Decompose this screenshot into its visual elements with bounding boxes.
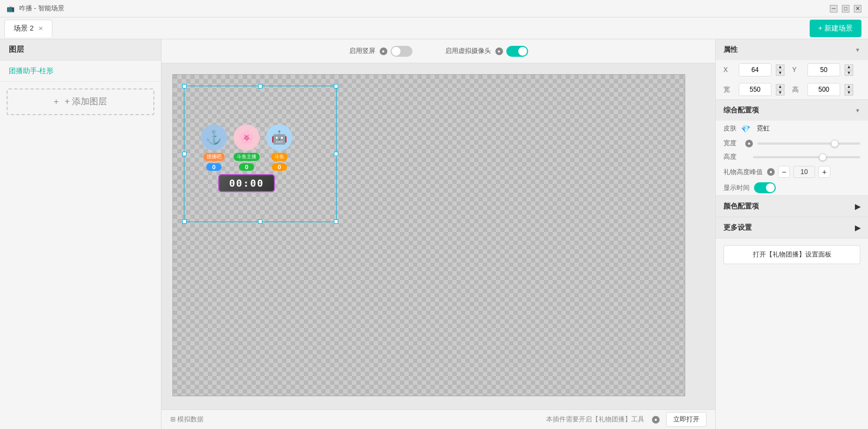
open-gift-panel-button[interactable]: 打开【礼物团播】设置面板	[723, 245, 860, 264]
width-slider-row: 宽度 ●	[716, 136, 868, 150]
split-screen-info-icon: ●	[380, 47, 387, 55]
height-slider-thumb[interactable]	[819, 153, 827, 161]
x-input[interactable]	[739, 63, 771, 76]
width-spin: ▲ ▼	[776, 84, 785, 96]
handle-top-right[interactable]	[334, 84, 338, 88]
canvas-workspace: ⚓ 团播吧 0 🌸 斗鱼主播 0	[161, 63, 715, 409]
show-time-label: 显示时间	[723, 183, 750, 193]
height-slider-row: 高度	[716, 150, 868, 164]
peak-value: 10	[793, 166, 815, 178]
avatar-0: ⚓	[201, 124, 227, 151]
main-layout: 图层 团播助手-柱形 ＋ + 添加图层 启用竖屏 ● 启用虚拟摄像头 ●	[0, 39, 868, 429]
characters-row: ⚓ 团播吧 0 🌸 斗鱼主播 0	[201, 124, 292, 171]
width-slider-label: 宽度	[723, 139, 740, 148]
width-up-btn[interactable]: ▲	[776, 84, 785, 90]
handle-bot-mid[interactable]	[258, 219, 262, 224]
virtual-cam-info-icon: ●	[495, 47, 503, 55]
right-panel: 属性 ▼ X ▲ ▼ Y ▲ ▼ 宽	[715, 39, 868, 429]
virtual-cam-label: 启用虚拟摄像头	[445, 46, 491, 56]
height-slider-track[interactable]	[753, 156, 860, 158]
y-up-btn[interactable]: ▲	[845, 64, 853, 70]
comprehensive-collapse-icon[interactable]: ▼	[855, 108, 860, 114]
properties-header: 属性 ▼	[716, 39, 868, 60]
height-slider-label: 高度	[723, 152, 740, 162]
layers-panel-title: 图层	[0, 39, 161, 61]
selection-box: ⚓ 团播吧 0 🌸 斗鱼主播 0	[184, 86, 337, 222]
window-controls[interactable]: ─ □ ✕	[830, 5, 861, 13]
height-down-btn[interactable]: ▼	[845, 90, 853, 96]
skin-label: 皮肤	[723, 124, 737, 133]
color-config-collapse-icon[interactable]: ▶	[855, 202, 860, 211]
open-now-button[interactable]: 立即打开	[666, 412, 707, 427]
handle-top-mid[interactable]	[258, 84, 262, 88]
peak-label: 礼物高度峰值	[723, 168, 763, 177]
app-title: 咋播 - 智能场景	[19, 4, 64, 13]
minimize-button[interactable]: ─	[830, 5, 837, 13]
color-config-header: 颜色配置项 ▶	[716, 196, 868, 217]
skin-icon: 💎	[741, 124, 750, 133]
y-input[interactable]	[807, 63, 840, 76]
score-badge-0: 0	[206, 163, 222, 171]
add-layer-button[interactable]: ＋ + 添加图层	[7, 88, 154, 115]
layer-item[interactable]: 团播助手-柱形	[0, 61, 161, 82]
width-label: 宽	[723, 85, 734, 94]
score-badge-1: 0	[239, 163, 254, 171]
show-time-row: 显示时间	[716, 180, 868, 195]
plugin-info-text: 本插件需要开启【礼物团播】工具	[546, 415, 644, 424]
wh-row: 宽 ▲ ▼ 高 ▲ ▼	[716, 80, 868, 99]
name-badge-2: 斗鱼	[271, 153, 288, 161]
timer-display: 00:00	[218, 174, 275, 192]
comprehensive-header: 综合配置项 ▼	[716, 100, 868, 121]
virtual-cam-toggle[interactable]	[506, 46, 528, 57]
handle-mid-right[interactable]	[334, 152, 338, 156]
y-label: Y	[792, 66, 803, 74]
y-down-btn[interactable]: ▼	[845, 70, 853, 76]
name-badge-0: 团播吧	[203, 153, 225, 161]
width-input[interactable]	[739, 83, 771, 96]
avatar-1: 🌸	[234, 124, 260, 151]
more-settings-collapse-icon[interactable]: ▶	[855, 224, 860, 232]
properties-collapse-icon[interactable]: ▼	[855, 47, 860, 53]
handle-bot-left[interactable]	[182, 219, 187, 224]
more-settings-header: 更多设置 ▶	[716, 217, 868, 239]
widget-group: ⚓ 团播吧 0 🌸 斗鱼主播 0	[201, 124, 292, 192]
peak-plus-button[interactable]: +	[818, 166, 830, 178]
x-down-btn[interactable]: ▼	[776, 70, 785, 76]
width-slider-thumb[interactable]	[831, 140, 839, 147]
maximize-button[interactable]: □	[842, 5, 849, 13]
scene-tab[interactable]: 场景 2 ✕	[4, 20, 52, 37]
virtual-cam-toggle-item: 启用虚拟摄像头 ●	[445, 46, 528, 57]
handle-mid-left[interactable]	[182, 152, 187, 156]
height-input[interactable]	[807, 83, 840, 96]
peak-minus-button[interactable]: −	[778, 166, 790, 178]
more-settings-title: 更多设置	[723, 223, 752, 233]
comprehensive-title: 综合配置项	[723, 105, 759, 115]
height-up-btn[interactable]: ▲	[845, 84, 853, 90]
y-spin: ▲ ▼	[845, 64, 853, 76]
name-badge-1: 斗鱼主播	[234, 153, 260, 161]
score-badge-2: 0	[272, 163, 287, 171]
handle-bot-right[interactable]	[334, 219, 338, 224]
avatar-2: 🤖	[266, 124, 292, 151]
peak-row: 礼物高度峰值 ● − 10 +	[716, 164, 868, 180]
tab-close-icon[interactable]: ✕	[38, 25, 43, 32]
new-scene-button[interactable]: + 新建场景	[810, 20, 861, 37]
character-col-2: 🤖 斗鱼 0	[266, 124, 292, 171]
status-right: 本插件需要开启【礼物团播】工具 ● 立即打开	[546, 412, 707, 427]
character-col-1: 🌸 斗鱼主播 0	[234, 124, 260, 171]
width-down-btn[interactable]: ▼	[776, 90, 785, 96]
x-up-btn[interactable]: ▲	[776, 64, 785, 70]
split-screen-label: 启用竖屏	[349, 46, 375, 56]
tab-label: 场景 2	[14, 23, 34, 33]
close-button[interactable]: ✕	[854, 5, 861, 13]
skin-value: 霓虹	[757, 124, 770, 133]
x-label: X	[723, 66, 734, 74]
handle-top-left[interactable]	[182, 84, 187, 88]
color-config-title: 颜色配置项	[723, 201, 759, 211]
x-spin: ▲ ▼	[776, 64, 785, 76]
split-screen-toggle[interactable]	[391, 46, 412, 57]
simulate-data-label: ⊞ 模拟数据	[170, 415, 203, 424]
canvas-area: 启用竖屏 ● 启用虚拟摄像头 ●	[161, 39, 715, 429]
width-slider-track[interactable]	[757, 142, 860, 145]
show-time-toggle[interactable]	[754, 182, 776, 193]
